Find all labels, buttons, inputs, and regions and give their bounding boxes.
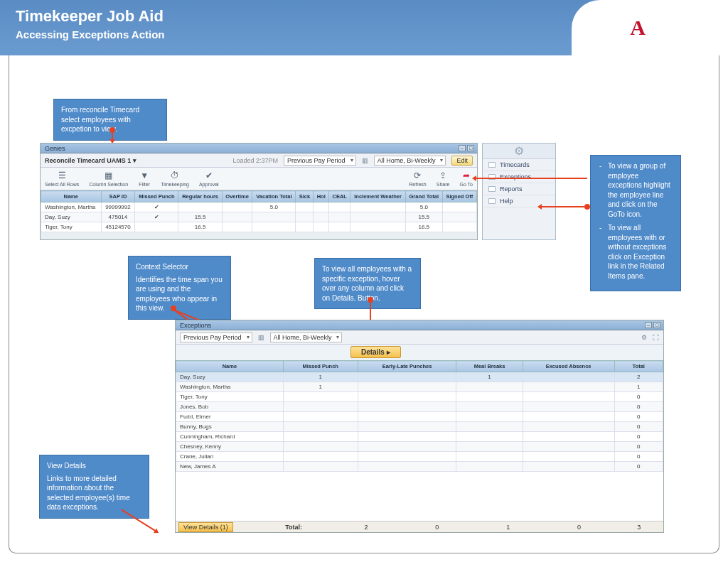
side-label: Reports <box>500 185 523 193</box>
table-row[interactable]: Bunny, Bugs0 <box>176 422 663 432</box>
col-name[interactable]: Name <box>41 191 102 202</box>
side-label: Help <box>500 198 513 205</box>
refresh-icon: ⟳ <box>411 171 424 180</box>
tool-label: Refresh <box>409 182 427 187</box>
col-sap[interactable]: SAP ID <box>101 191 135 202</box>
home-dropdown[interactable]: All Home, Bi-Weekly <box>270 333 343 342</box>
window-buttons: – □ <box>645 322 660 328</box>
col-regular[interactable]: Regular hours <box>178 191 222 202</box>
cell: ✔ <box>135 212 178 222</box>
cell <box>178 202 222 212</box>
cell: 2 <box>614 372 663 382</box>
callout-heading: View Details <box>47 461 141 471</box>
cell <box>283 432 358 442</box>
tool-share[interactable]: ⇪Share <box>437 171 450 187</box>
uams-logo: UAMS. <box>614 16 686 40</box>
cell <box>456 452 523 462</box>
tool-column-selection[interactable]: ▦Column Selection <box>89 171 128 187</box>
employee-grid[interactable]: Name SAP ID Missed Punch Regular hours O… <box>41 190 477 232</box>
col-missed-punch[interactable]: Missed Punch <box>283 361 358 372</box>
maximize-button[interactable]: □ <box>653 322 660 328</box>
exceptions-grid[interactable]: Name Missed Punch Early-Late Punches Mea… <box>176 360 663 472</box>
tool-label: Approval <box>199 182 219 187</box>
table-row[interactable]: Fudd, Elmer0 <box>176 412 663 422</box>
cell <box>523 442 614 452</box>
tool-approval[interactable]: ✔Approval <box>199 171 219 187</box>
home-dropdown[interactable]: All Home, Bi-Weekly <box>374 156 446 166</box>
details-button[interactable]: Details <box>350 346 401 358</box>
view-selector[interactable]: Reconcile Timecard UAMS 1 ▾ <box>45 157 136 164</box>
table-row[interactable]: Tiger, Tony0 <box>176 392 663 402</box>
nav-icon[interactable]: ▥ <box>258 334 264 341</box>
cell <box>252 212 296 222</box>
side-item-reports[interactable]: Reports <box>483 183 555 195</box>
cell <box>358 402 456 412</box>
col-ceal[interactable]: CEAL <box>329 191 350 202</box>
cell: 0 <box>614 412 663 422</box>
col-hol[interactable]: Hol <box>314 191 329 202</box>
cell <box>358 462 456 472</box>
col-sick[interactable]: Sick <box>296 191 314 202</box>
table-row[interactable]: Washington, Martha11 <box>176 382 663 392</box>
table-row[interactable]: New, James A0 <box>176 462 663 472</box>
callout-text: Identifies the time span you are using a… <box>136 276 223 313</box>
table-row[interactable]: Crane, Julian0 <box>176 452 663 462</box>
period-dropdown[interactable]: Previous Pay Period <box>180 333 252 342</box>
cell: 0 <box>614 402 663 412</box>
tool-filter[interactable]: ▼Filter <box>138 171 151 187</box>
col-grand-total[interactable]: Grand Total <box>405 191 442 202</box>
cell: Jones, Bob <box>176 402 284 412</box>
view-details-button[interactable]: View Details (1) <box>178 522 233 532</box>
table-row[interactable]: Washington, Martha99999992✔5.05.0 <box>41 202 477 212</box>
table-row[interactable]: Cunningham, Richard0 <box>176 432 663 442</box>
cell <box>314 202 329 212</box>
col-missed-punch[interactable]: Missed Punch <box>135 191 178 202</box>
minimize-button[interactable]: – <box>459 145 466 151</box>
exceptions-window: Exceptions – □ Previous Pay Period ▥ All… <box>175 320 664 533</box>
genies-toolbar: ☰Select All Rows ▦Column Selection ▼Filt… <box>41 168 477 190</box>
col-meal-breaks[interactable]: Meal Breaks <box>456 361 523 372</box>
cell <box>350 222 406 232</box>
col-excused-absence[interactable]: Excused Absence <box>523 361 614 372</box>
cell <box>358 392 456 402</box>
table-row[interactable]: Jones, Bob0 <box>176 402 663 412</box>
col-inclement[interactable]: Inclement Weather <box>350 191 406 202</box>
col-total[interactable]: Total <box>614 361 663 372</box>
cell <box>283 442 358 452</box>
period-dropdown[interactable]: Previous Pay Period <box>284 156 356 166</box>
related-items-pane: ⚙ Timecards Exceptions Reports Help <box>482 143 556 240</box>
total-all: 3 <box>614 524 663 531</box>
tool-select-all[interactable]: ☰Select All Rows <box>45 171 79 187</box>
cell <box>442 212 476 222</box>
table-row[interactable]: Day, Suzy112 <box>176 372 663 382</box>
cell <box>456 392 523 402</box>
gear-icon[interactable]: ⚙ <box>641 334 647 341</box>
table-row[interactable]: Day, Suzy475014✔15.515.5 <box>41 212 477 222</box>
cell: Chesney, Kenny <box>176 442 284 452</box>
col-vacation[interactable]: Vacation Total <box>252 191 296 202</box>
col-overtime[interactable]: Overtime <box>222 191 252 202</box>
exceptions-titlebar: Exceptions – □ <box>176 320 663 330</box>
minimize-button[interactable]: – <box>645 322 652 328</box>
col-signed-off[interactable]: Signed Off <box>442 191 476 202</box>
period-nav-icon[interactable]: ▥ <box>362 157 368 164</box>
col-early-late[interactable]: Early-Late Punches <box>358 361 456 372</box>
cell <box>456 402 523 412</box>
cell: ✔ <box>135 202 178 212</box>
table-row[interactable]: Tiger, Tony4512457016.516.5 <box>41 222 477 232</box>
table-row[interactable]: Chesney, Kenny0 <box>176 442 663 452</box>
tool-timekeeping[interactable]: ⏱Timekeeping <box>161 171 189 187</box>
edit-button[interactable]: Edit <box>451 156 473 166</box>
side-item-timecards[interactable]: Timecards <box>483 159 555 171</box>
cell <box>135 222 178 232</box>
tool-refresh[interactable]: ⟳Refresh <box>409 171 427 187</box>
cell <box>456 422 523 432</box>
maximize-icon[interactable]: ⛶ <box>653 334 659 341</box>
totals-label: Total: <box>233 524 331 531</box>
cell <box>523 402 614 412</box>
maximize-button[interactable]: □ <box>467 145 474 151</box>
total-ea: 0 <box>544 524 615 531</box>
col-name[interactable]: Name <box>176 361 284 372</box>
cell <box>222 202 252 212</box>
cell <box>283 412 358 422</box>
